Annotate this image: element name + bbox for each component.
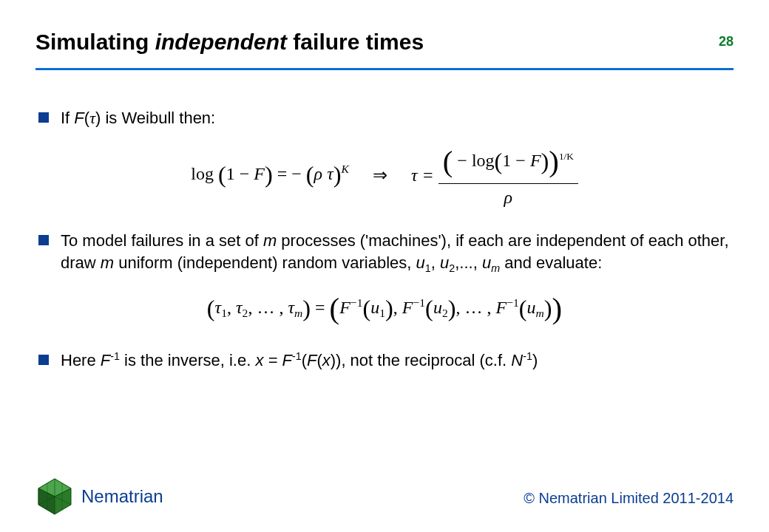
e2-i1: −1 (350, 296, 363, 308)
eq1-frac: ( − log(1 − F))1/K ρ (438, 141, 578, 209)
eq1-nlog: log (472, 150, 495, 169)
e2-us1: 1 (379, 307, 385, 319)
eq1-exp: 1/K (559, 150, 574, 161)
e2-rp2: ) (385, 294, 393, 321)
slide-body: If F(τ) is Weibull then: log (1 − F) = −… (38, 107, 731, 382)
header-rule (35, 68, 734, 70)
e2-brp: ) (552, 292, 563, 325)
slide-footer: Nematrian © Nematrian Limited 2011-2014 (35, 474, 734, 516)
b3-x1: x = F (255, 351, 292, 369)
e2-lp3: ( (425, 294, 433, 321)
copyright-text: © Nematrian Limited 2011-2014 (524, 490, 734, 507)
b1-F: F (74, 109, 84, 127)
b3-inv: -1 (110, 350, 120, 362)
b2-c: uniform (independent) random variables, (114, 253, 416, 272)
eq1-nF: F (530, 150, 541, 169)
b1-prefix: If (61, 109, 74, 127)
b2-u2: u (440, 253, 449, 272)
eq1-rp2: ) (333, 161, 342, 188)
eq1-F: F (254, 164, 265, 183)
e2-eq: = (311, 297, 330, 316)
e2-lp: ( (207, 294, 215, 321)
bullet-1-text: If F(τ) is Weibull then: (61, 107, 731, 129)
e2-Fm: F (495, 297, 507, 316)
bullet-icon (38, 112, 49, 123)
e2-um: u (527, 297, 536, 316)
b3-mid: ( (302, 351, 307, 369)
b1-rest: is Weibull then: (101, 109, 215, 127)
e2-c2: , (393, 297, 402, 316)
e2-F1: F (339, 297, 350, 316)
eq1-nneg: − (453, 150, 472, 169)
e2-lp2: ( (362, 294, 370, 321)
eq1-log: log (191, 164, 214, 183)
e2-s1: 1 (221, 307, 227, 319)
b3-close: )), not the reciprocal (c.f. (331, 351, 512, 369)
eq1-lp1: ( (218, 161, 226, 188)
eq1-arrow: ⇒ (373, 163, 387, 187)
eq1-num: ( − log(1 − F))1/K (438, 141, 578, 184)
eq1-1mF: 1 − (226, 164, 254, 183)
brand-name: Nematrian (81, 486, 163, 507)
title-prefix: Simulating (35, 30, 155, 54)
bullet-2: To model failures in a set of m processe… (38, 230, 731, 276)
e2-t2: τ (236, 297, 243, 316)
b3-b: is the inverse, i.e. (120, 351, 255, 369)
b3-F2: F (307, 351, 316, 369)
bullet-2-text: To model failures in a set of m processe… (61, 230, 731, 276)
b3-x3: x (322, 351, 331, 369)
e2-u2: u (433, 297, 442, 316)
b2-m1: m (263, 231, 277, 250)
slide-title: Simulating independent failure times (35, 30, 734, 55)
b3-x2: ( (316, 351, 322, 369)
e2-rp: ) (302, 294, 311, 321)
e2-u1: u (370, 297, 379, 316)
e2-F2: F (402, 297, 413, 316)
b3-inv3: -1 (523, 350, 532, 362)
title-italic: independent (155, 30, 287, 54)
e2-us2: 2 (442, 307, 448, 319)
logo-icon (35, 477, 74, 516)
b3-N: N (511, 351, 523, 369)
eq1-nlp2: ( (495, 147, 503, 174)
e2-c1: , (227, 297, 236, 316)
e2-rpm: ) (544, 294, 552, 321)
b3-a: Here (61, 351, 101, 369)
eq1-rp1: ) (265, 161, 273, 188)
e2-blp: ( (330, 292, 340, 325)
eq1-n1mF: 1 − (502, 150, 530, 169)
slide: Simulating independent failure times 28 … (0, 0, 769, 532)
eq1-nrp2: ) (541, 147, 549, 174)
title-suffix: failure times (287, 30, 424, 54)
eq1-rho: ρ (314, 164, 323, 183)
bullet-3: Here F-1 is the inverse, i.e. x = F-1(F(… (38, 349, 731, 372)
e2-tm: τ (288, 297, 294, 316)
eq1-K: K (342, 163, 349, 175)
bullet-icon (38, 235, 49, 245)
e2-sm: m (294, 307, 302, 319)
e2-im: −1 (507, 296, 519, 308)
b2-um: u (482, 253, 491, 272)
e2-lpm: ( (519, 294, 527, 321)
bullet-3-text: Here F-1 is the inverse, i.e. x = F-1(F(… (61, 349, 731, 372)
b2-c1: , (431, 253, 440, 272)
b2-u1: u (416, 253, 425, 272)
eq1-nlp: ( (443, 145, 453, 178)
eq1-taueq: τ = (411, 166, 438, 185)
b2-u1s: 1 (425, 262, 431, 274)
eq1-eq: = − (273, 164, 306, 183)
e2-t1: τ (215, 297, 222, 316)
b2-m2: m (101, 253, 114, 272)
bullet-1: If F(τ) is Weibull then: (38, 107, 731, 129)
e2-d2: , … , (455, 297, 495, 316)
eq1-1overK: 1/K (559, 150, 574, 161)
b2-d: and evaluate: (500, 253, 602, 272)
b3-inv2: -1 (292, 350, 302, 362)
b3-end: ) (532, 351, 538, 369)
slide-number: 28 (719, 34, 734, 50)
bullet-icon (38, 355, 49, 365)
b2-dots: ,..., (455, 253, 482, 272)
b1-tau: τ (89, 109, 95, 127)
equation-1: log (1 − F) = − (ρ τ)K ⇒ τ = ( − log(1 −… (38, 141, 731, 209)
b2-a: To model failures in a set of (61, 231, 263, 250)
